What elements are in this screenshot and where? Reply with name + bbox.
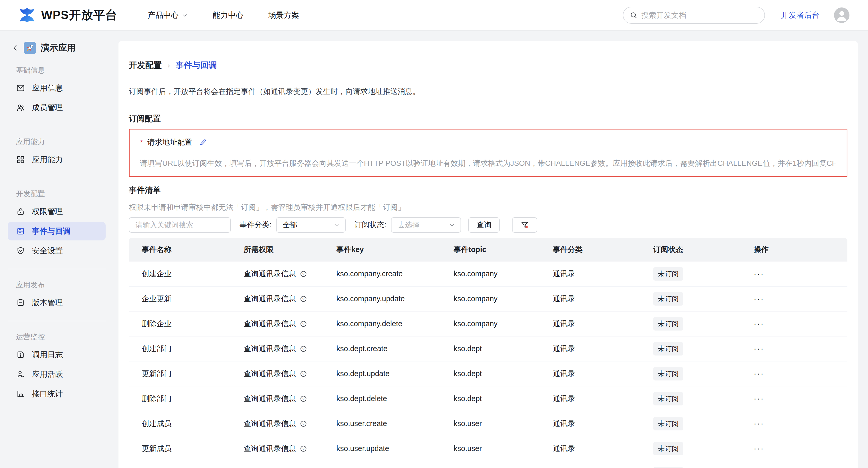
question-circle-icon[interactable]: ?: [300, 295, 307, 303]
row-actions-menu[interactable]: ···: [754, 319, 847, 329]
question-circle-icon[interactable]: ?: [300, 445, 307, 453]
sidebar-item-security-settings[interactable]: 安全设置: [8, 241, 105, 260]
row-actions-menu[interactable]: ···: [754, 269, 847, 278]
clear-filter-button[interactable]: [512, 217, 537, 233]
event-key: kso.dept.update: [336, 369, 454, 378]
event-topic: kso.company: [454, 295, 553, 303]
sidebar-item-version-management[interactable]: 版本管理: [8, 294, 105, 312]
doc-search-input[interactable]: [641, 11, 758, 20]
svg-text:?: ?: [302, 397, 305, 401]
question-circle-icon[interactable]: ?: [300, 270, 307, 278]
query-button[interactable]: 查询: [468, 217, 500, 233]
row-actions-menu[interactable]: ···: [754, 369, 847, 378]
chevron-down-icon: [181, 12, 188, 19]
keyword-search-input[interactable]: [129, 217, 231, 233]
request-url-help-text: 请填写URL以使订阅生效，填写后，开放平台服务器会向其发送一个HTTP POST…: [140, 158, 836, 169]
subscription-status-select[interactable]: 去选择: [391, 217, 461, 233]
event-category: 通讯录: [553, 394, 653, 404]
sidebar-item-permission-management[interactable]: 权限管理: [8, 202, 105, 221]
row-actions-menu[interactable]: ···: [754, 444, 847, 453]
event-topic: kso.user: [454, 419, 553, 428]
svg-text:?: ?: [302, 322, 305, 326]
event-name: 企业更新: [142, 294, 244, 304]
event-key: kso.company.update: [336, 295, 454, 303]
bar-chart-icon: [16, 389, 25, 399]
sidebar-item-api-stats[interactable]: 接口统计: [8, 385, 105, 403]
event-category: 通讯录: [553, 294, 653, 304]
sidebar-item-call-logs[interactable]: 调用日志: [8, 345, 105, 364]
edit-pencil-icon[interactable]: [199, 138, 207, 146]
filter-bar: 事件分类: 全部 订阅状态: 去选择 查询: [129, 217, 847, 233]
sidebar-item-app-capability[interactable]: 应用能力: [8, 151, 105, 169]
event-list-title: 事件清单: [129, 185, 847, 196]
top-header: WPS开放平台 产品中心 能力中心 场景方案 开发者后台: [0, 0, 868, 31]
app-rocket-icon: [24, 42, 36, 54]
user-avatar[interactable]: [834, 7, 849, 23]
nav-scenario-solutions[interactable]: 场景方案: [268, 10, 299, 21]
table-row: 删除企业 查询通讯录信息 ? kso.company.delete kso.co…: [129, 311, 847, 336]
table-row: 创建企业 查询通讯录信息 ? kso.company.create kso.co…: [129, 262, 847, 287]
table-row: 企业更新 查询通讯录信息 ? kso.company.update kso.co…: [129, 287, 847, 311]
event-key: kso.user.update: [336, 444, 454, 453]
event-category: 通讯录: [553, 443, 653, 454]
back-chevron-icon[interactable]: [11, 44, 19, 52]
status-badge: 未订阅: [653, 267, 683, 280]
svg-text:?: ?: [302, 347, 305, 350]
event-key: kso.dept.delete: [336, 394, 454, 403]
event-category: 通讯录: [553, 319, 653, 329]
status-filter-label: 订阅状态:: [354, 220, 386, 230]
event-key: kso.company.create: [336, 270, 454, 278]
event-topic: kso.company: [454, 320, 553, 328]
nav-product-center[interactable]: 产品中心: [148, 10, 188, 21]
row-actions-menu[interactable]: ···: [754, 394, 847, 403]
event-key: kso.dept.create: [336, 344, 454, 353]
doc-search-box: [623, 7, 765, 24]
group-ops-monitoring: 运营监控: [0, 332, 113, 342]
sidebar-divider: [8, 269, 105, 269]
status-badge: 未订阅: [653, 292, 683, 306]
svg-text:?: ?: [302, 447, 305, 450]
developer-console-link[interactable]: 开发者后台: [781, 10, 819, 21]
request-url-config-label: 请求地址配置: [147, 137, 192, 147]
wps-logo-icon: [19, 7, 35, 24]
row-actions-menu[interactable]: ···: [754, 419, 847, 428]
main-nav: 产品中心 能力中心 场景方案: [148, 10, 299, 21]
row-actions-menu[interactable]: ···: [754, 294, 847, 303]
category-select[interactable]: 全部: [276, 217, 346, 233]
question-circle-icon[interactable]: ?: [300, 370, 307, 378]
table-row: 更新部门 查询通讯录信息 ? kso.dept.update kso.dept …: [129, 361, 847, 387]
required-permission: 查询通讯录信息 ?: [244, 443, 336, 454]
sidebar-item-events-callbacks[interactable]: 事件与回调: [8, 222, 105, 240]
nav-capability-center[interactable]: 能力中心: [213, 10, 244, 21]
event-name: 创建成员: [142, 419, 244, 429]
table-row: 创建部门 查询通讯录信息 ? kso.dept.create kso.dept …: [129, 336, 847, 361]
shield-check-icon: [16, 246, 25, 255]
breadcrumb-separator-icon: ›: [167, 61, 170, 70]
app-name: 演示应用: [41, 42, 76, 54]
table-row: 更新成员 查询通讯录信息 ? kso.user.update kso.user …: [129, 436, 847, 461]
wps-logo[interactable]: WPS开放平台: [19, 7, 118, 24]
clipboard-icon: [16, 298, 25, 307]
question-circle-icon[interactable]: ?: [300, 345, 307, 353]
row-actions-menu[interactable]: ···: [754, 344, 847, 354]
event-table-body: 创建企业 查询通讯录信息 ? kso.company.create kso.co…: [129, 262, 847, 468]
sidebar-item-app-info[interactable]: 应用信息: [8, 79, 105, 97]
sidebar-item-app-activity[interactable]: 应用活跃: [8, 365, 105, 383]
filter-clear-icon: [520, 220, 529, 230]
event-name: 删除部门: [142, 394, 244, 404]
grid-icon: [16, 155, 25, 164]
event-topic: kso.dept: [454, 344, 553, 353]
question-circle-icon[interactable]: ?: [300, 420, 307, 428]
question-circle-icon[interactable]: ?: [300, 320, 307, 328]
breadcrumb-parent: 开发配置: [129, 60, 162, 71]
required-permission: 查询通讯录信息 ?: [244, 394, 336, 404]
event-table: 事件名称 所需权限 事件key 事件topic 事件分类 订阅状态 操作 创建企…: [129, 238, 847, 468]
mail-icon: [16, 83, 25, 93]
sidebar-item-member-management[interactable]: 应用能力 成员管理: [8, 98, 105, 117]
event-category: 通讯录: [553, 344, 653, 354]
breadcrumb-current[interactable]: 事件与回调: [176, 60, 217, 71]
sidebar: 演示应用 基础信息 应用信息 应用能力 成员管理 应用能力 应用能力 开发配置 …: [0, 31, 113, 468]
event-list-note: 权限未申请和申请审核中都无法「订阅」，需管理员审核并开通权限后才能「订阅」: [129, 202, 847, 213]
status-badge: 未订阅: [653, 342, 683, 356]
question-circle-icon[interactable]: ?: [300, 395, 307, 403]
